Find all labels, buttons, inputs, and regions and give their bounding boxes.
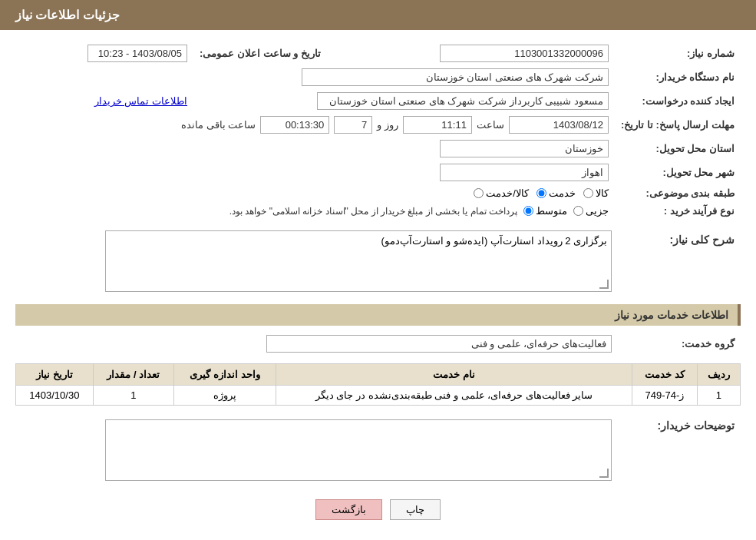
label-tarikh: تاریخ و ساعت اعلان عمومی: [193, 41, 327, 65]
value-shahr [15, 161, 615, 184]
label-mohlat: مهلت ارسال پاسخ: تا تاریخ: [615, 113, 741, 137]
value-mohlat: ساعت روز و ساعت باقی مانده [15, 113, 615, 137]
button-row: چاپ بازگشت [15, 499, 741, 520]
noeFarayand-note: پرداخت تمام یا بخشی از مبلغ خریدار از مح… [229, 206, 517, 217]
radio-khedmat[interactable]: خدمت [536, 187, 576, 199]
etelaat-link[interactable]: اطلاعات تماس خریدار [94, 95, 187, 107]
info-table: شماره نیاز: تاریخ و ساعت اعلان عمومی: نا… [15, 41, 741, 220]
sharh-koli-box: برگزاری 2 رویداد استارت‌آپ (ایده‌شو و اس… [105, 230, 612, 292]
input-mohlat-baqi[interactable] [260, 116, 329, 134]
grohe-khedmat-table: گروه خدمت: [15, 332, 741, 356]
row-ijadKonande: ایجاد کننده درخواست: اطلاعات تماس خریدار [15, 89, 741, 113]
col-tarikh: تاریخ نیاز [16, 364, 94, 386]
btn-back[interactable]: بازگشت [315, 499, 382, 520]
col-kodKhedmat: کد خدمت [632, 364, 697, 386]
radio-jozii[interactable]: جزیی [573, 205, 609, 217]
input-groheKhedmat[interactable] [266, 335, 612, 353]
value-shomareNiaz [327, 41, 615, 65]
label-tabaqe: طبقه بندی موضوعی: [615, 184, 741, 202]
row-tabaqe: طبقه بندی موضوعی: کالا خدمت کالا/خدمت [15, 184, 741, 202]
value-groheKhedmat [15, 332, 618, 356]
label-shomareNiaz: شماره نیاز: [615, 41, 741, 65]
row-shahr: شهر محل تحویل: [15, 161, 741, 184]
value-namDastgah [15, 65, 615, 89]
radio-kala-khedmat[interactable]: کالا/خدمت [474, 187, 529, 199]
input-ostan[interactable] [440, 140, 609, 157]
radio-kala[interactable]: کالا [583, 187, 609, 199]
cell-tedad: 1 [93, 386, 173, 406]
row-groheKhedmat: گروه خدمت: [15, 332, 741, 356]
cell-tarikh: 1403/10/30 [16, 386, 94, 406]
col-radif: ردیف [697, 364, 740, 386]
row-namDastgah: نام دستگاه خریدار: [15, 65, 741, 89]
col-vahed: واحد اندازه گیری [174, 364, 276, 386]
radio-motavasset[interactable]: متوسط [523, 205, 567, 217]
radio-jozii-label: جزیی [586, 205, 609, 217]
table-row: 1 ز-74-749 سایر فعالیت‌های حرفه‌ای، علمی… [16, 386, 741, 406]
label-namDastgah: نام دستگاه خریدار: [615, 65, 741, 89]
sharh-koli-table: شرح کلی نیاز: برگزاری 2 رویداد استارت‌آپ… [15, 227, 741, 295]
radio-kala-khedmat-label: کالا/خدمت [486, 187, 529, 199]
value-sharhKoli: برگزاری 2 رویداد استارت‌آپ (ایده‌شو و اس… [15, 227, 618, 295]
label-sharhKoli: شرح کلی نیاز: [618, 227, 741, 295]
description-table: توضیحات خریدار: [15, 413, 741, 484]
radio-kala-khedmat-input[interactable] [474, 188, 484, 198]
label-roz: روز و [377, 119, 398, 131]
input-mohlat-roz[interactable] [334, 116, 372, 134]
cell-vahed: پروژه [174, 386, 276, 406]
radio-kala-label: کالا [596, 187, 609, 199]
row-noeFarayand: نوع فرآیند خرید : جزیی متوسط پرداخت تمام… [15, 202, 741, 220]
radio-jozii-input[interactable] [573, 206, 583, 216]
col-tedad: تعداد / مقدار [93, 364, 173, 386]
value-ijadKonande [193, 89, 615, 113]
input-namDastgah[interactable] [302, 68, 609, 86]
label-description: توضیحات خریدار: [618, 413, 741, 484]
section-khadamat: اطلاعات خدمات مورد نیاز [15, 304, 741, 326]
radio-khedmat-input[interactable] [536, 188, 546, 198]
cell-namKhedmat: سایر فعالیت‌های حرفه‌ای، علمی و فنی طبقه… [276, 386, 632, 406]
row-description: توضیحات خریدار: [15, 413, 741, 484]
page-header: جزئیات اطلاعات نیاز [0, 0, 756, 30]
value-ostan [15, 137, 615, 161]
input-shomareNiaz[interactable] [440, 45, 609, 62]
input-mohlat-saat[interactable] [403, 116, 472, 134]
label-shahr: شهر محل تحویل: [615, 161, 741, 184]
cell-radif: 1 [697, 386, 740, 406]
value-tabaqe: کالا خدمت کالا/خدمت [15, 184, 615, 202]
btn-print[interactable]: چاپ [390, 499, 441, 520]
label-noeFarayand: نوع فرآیند خرید : [615, 202, 741, 220]
cell-etelaat-link: اطلاعات تماس خریدار [15, 89, 193, 113]
row-ostan: استان محل تحویل: [15, 137, 741, 161]
label-ijadKonande: ایجاد کننده درخواست: [615, 89, 741, 113]
row-sharhKoli: شرح کلی نیاز: برگزاری 2 رویداد استارت‌آپ… [15, 227, 741, 295]
value-tarikh [15, 41, 193, 65]
sharh-koli-text: برگزاری 2 رویداد استارت‌آپ (ایده‌شو و اس… [381, 235, 607, 247]
radio-motavasset-label: متوسط [536, 205, 567, 217]
label-groheKhedmat: گروه خدمت: [618, 332, 741, 356]
col-namKhedmat: نام خدمت [276, 364, 632, 386]
service-table: ردیف کد خدمت نام خدمت واحد اندازه گیری ت… [15, 363, 741, 406]
row-mohlat: مهلت ارسال پاسخ: تا تاریخ: ساعت روز و سا… [15, 113, 741, 137]
radio-khedmat-label: خدمت [549, 187, 576, 199]
service-table-body: 1 ز-74-749 سایر فعالیت‌های حرفه‌ای، علمی… [16, 386, 741, 406]
input-ijadKonande[interactable] [317, 92, 609, 110]
value-noeFarayand: جزیی متوسط پرداخت تمام یا بخشی از مبلغ خ… [15, 202, 615, 220]
radio-kala-input[interactable] [583, 188, 593, 198]
label-ostan: استان محل تحویل: [615, 137, 741, 161]
service-table-header: ردیف کد خدمت نام خدمت واحد اندازه گیری ت… [16, 364, 741, 386]
label-saat: ساعت [477, 119, 504, 131]
input-shahr[interactable] [440, 164, 609, 181]
page-title: جزئیات اطلاعات نیاز [15, 8, 120, 22]
cell-kodKhedmat: ز-74-749 [632, 386, 697, 406]
value-description [15, 413, 618, 484]
row-shomareNiaz: شماره نیاز: تاریخ و ساعت اعلان عمومی: [15, 41, 741, 65]
label-baqi: ساعت باقی مانده [181, 119, 256, 131]
input-mohlat-date[interactable] [509, 116, 609, 134]
radio-motavasset-input[interactable] [523, 206, 533, 216]
description-box[interactable] [105, 419, 612, 481]
input-tarikh[interactable] [87, 45, 187, 62]
